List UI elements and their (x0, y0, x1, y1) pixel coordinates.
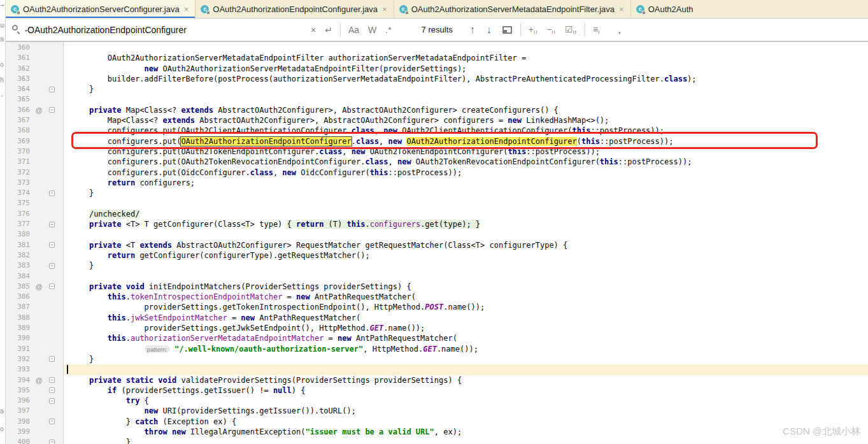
next-occurrence-icon[interactable]: ↓ (481, 25, 497, 35)
newline-icon[interactable]: ↵ (320, 25, 337, 34)
java-class-icon: c (636, 5, 645, 14)
code-text[interactable]: this.jwkSetEndpointMatcher = new AntPath… (64, 313, 868, 323)
fold-end-icon[interactable]: ^ (49, 419, 55, 424)
code-text[interactable]: private <T extends AbstractOAuth2Configu… (64, 240, 868, 250)
code-text[interactable]: configurers.put(OAuth2TokenRevocationEnd… (64, 157, 868, 167)
code-text[interactable]: configurers.put(OAuth2TokenEndpointConfi… (64, 147, 868, 157)
chevron-down-icon: ▾ (25, 28, 27, 34)
clear-search-icon[interactable]: × (306, 25, 320, 34)
code-text[interactable] (64, 364, 868, 375)
code-text[interactable]: private void initEndpointMatchers(Provid… (64, 282, 868, 292)
remove-occurrence-icon[interactable]: −II (542, 25, 560, 35)
code-text[interactable]: return getConfigurer(configurerType).get… (64, 250, 868, 261)
fold-minus-icon[interactable]: − (49, 377, 55, 383)
code-text[interactable]: private <T> T getConfigurer(Class<T> typ… (64, 219, 868, 229)
annotation-gutter-icon (31, 53, 46, 63)
code-text[interactable]: } catch (Exception ex) { (64, 417, 868, 427)
filter-search-icon[interactable]: ▾ (608, 25, 618, 34)
annotation-gutter-icon (31, 94, 46, 104)
code-text[interactable]: } (64, 354, 868, 364)
line-number: 367 (6, 115, 31, 125)
line-number: 400 (6, 437, 31, 444)
code-text[interactable] (64, 43, 868, 53)
separator (520, 24, 521, 36)
close-icon[interactable]: × (619, 5, 624, 13)
readonly-lock-icon (17, 11, 20, 15)
search-input[interactable] (27, 25, 306, 35)
code-text[interactable] (64, 94, 868, 104)
code-editor[interactable]: 360361 OAuth2AuthorizationServerMetadata… (6, 42, 868, 444)
code-text[interactable]: } (64, 437, 868, 444)
fold-gutter: ^ (46, 261, 64, 271)
words-icon[interactable]: W (364, 25, 381, 34)
regex-icon[interactable]: .* (381, 25, 395, 34)
code-line: 383^ } (6, 261, 868, 271)
fold-minus-icon[interactable]: − (49, 242, 55, 248)
code-text[interactable]: } (64, 188, 868, 198)
annotation-gutter-icon (31, 125, 46, 136)
fold-gutter (46, 271, 64, 282)
code-text[interactable]: private Map<Class<? extends AbstractOAut… (64, 105, 868, 115)
close-icon[interactable]: × (382, 5, 387, 13)
code-text[interactable]: new OAuth2AuthorizationServerMetadataEnd… (64, 64, 868, 74)
code-text[interactable]: /unchecked/ (64, 209, 868, 219)
add-occurrence-icon[interactable]: +II (524, 25, 543, 35)
editor-tab-1[interactable]: cOAuth2AuthorizationServerConfigurer.jav… (6, 0, 196, 18)
fold-end-icon[interactable]: ^ (49, 190, 55, 196)
code-text[interactable]: Map<Class<? extends AbstractOAuth2Config… (64, 115, 868, 125)
search-history-icon[interactable]: ▾ (11, 24, 27, 36)
code-text[interactable]: new URI(providerSettings.getIssuer()).to… (64, 406, 868, 416)
code-line: 376 /unchecked/ (6, 209, 868, 219)
line-number: 369 (6, 136, 31, 147)
fold-minus-icon[interactable]: − (49, 107, 55, 113)
prev-occurrence-icon[interactable]: ↑ (464, 25, 481, 35)
fold-gutter: − (46, 105, 64, 115)
code-text[interactable]: if (providerSettings.getIssuer() != null… (64, 385, 868, 396)
chevron-down-icon: ▾ (618, 31, 621, 36)
code-text[interactable] (64, 198, 868, 208)
fold-minus-icon[interactable]: − (49, 283, 55, 289)
code-text[interactable]: throw new IllegalArgumentException("issu… (64, 427, 868, 437)
code-text[interactable]: pattern: "/.well-known/oauth-authorizati… (64, 344, 868, 354)
code-text[interactable]: configurers.put(OAuth2AuthorizationEndpo… (64, 136, 868, 147)
code-line: 389 providerSettings.getJwkSetEndpoint()… (6, 323, 868, 333)
select-all-occurrences-icon[interactable]: ☑II (560, 25, 581, 35)
editor-tab-3[interactable]: cOAuth2AuthorizationServerMetadataEndpoi… (394, 0, 631, 18)
code-text[interactable]: builder.addFilterBefore(postProcess(auth… (64, 74, 868, 84)
close-icon[interactable]: × (184, 5, 189, 13)
annotation-gutter-icon (31, 271, 46, 282)
code-text[interactable]: } (64, 84, 868, 94)
code-text[interactable]: configurers.put(OidcConfigurer.class, ne… (64, 168, 868, 178)
code-text[interactable]: providerSettings.getTokenIntrospectionEn… (64, 302, 868, 312)
fold-plus-icon[interactable]: + (49, 222, 55, 227)
fold-minus-icon[interactable]: − (49, 398, 55, 404)
code-text[interactable] (64, 229, 868, 240)
match-case-icon[interactable]: Aa (344, 25, 364, 34)
line-number: 370 (6, 147, 31, 157)
magnifier-icon (12, 25, 18, 31)
code-line: 369 configurers.put(OAuth2AuthorizationE… (6, 136, 868, 147)
code-text[interactable]: configurers.put(OAuth2ClientAuthenticati… (64, 125, 868, 136)
fold-end-icon[interactable]: ^ (49, 440, 55, 444)
code-text[interactable]: try { (64, 396, 868, 406)
code-text[interactable]: return configurers; (64, 178, 868, 188)
fold-end-icon[interactable]: ^ (49, 263, 55, 269)
code-text[interactable]: } (64, 261, 868, 271)
open-in-find-window-icon[interactable] (502, 26, 512, 34)
line-number: 388 (6, 313, 31, 323)
editor-tab-4[interactable]: cOAuth2Auth (631, 0, 700, 18)
fold-end-icon[interactable]: ^ (49, 356, 55, 362)
line-number: 361 (6, 53, 31, 63)
search-in-selection-icon[interactable]: ≡I (588, 25, 604, 35)
fold-minus-icon[interactable]: − (49, 387, 55, 393)
annotation-gutter-icon (31, 157, 46, 167)
code-text[interactable]: providerSettings.getJwkSetEndpoint(), Ht… (64, 323, 868, 333)
code-text[interactable]: this.authorizationServerMetadataEndpoint… (64, 333, 868, 343)
code-text[interactable] (64, 271, 868, 282)
editor-tab-2[interactable]: cOAuth2AuthorizationEndpointConfigurer.j… (196, 0, 394, 18)
fold-end-icon[interactable]: ^ (49, 87, 55, 92)
code-text[interactable]: private static void validateProviderSett… (64, 375, 868, 385)
fold-gutter: − (46, 240, 64, 250)
code-text[interactable]: OAuth2AuthorizationServerMetadataEndpoin… (64, 53, 868, 63)
code-text[interactable]: this.tokenIntrospectionEndpointMatcher =… (64, 292, 868, 302)
